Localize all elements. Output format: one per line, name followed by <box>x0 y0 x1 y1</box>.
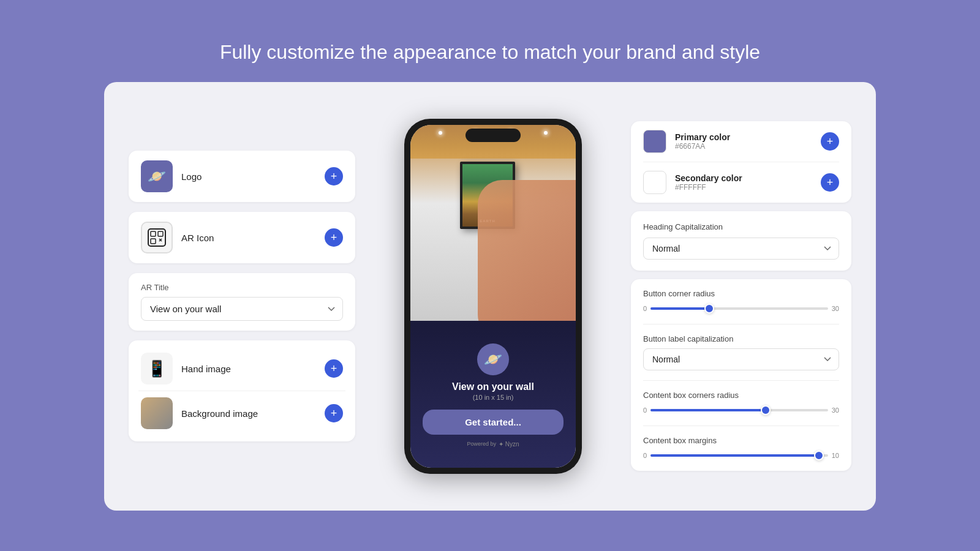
primary-color-swatch <box>643 130 666 153</box>
logo-thumbnail: 🪐 <box>141 160 173 192</box>
phone-notch <box>466 129 521 142</box>
phone-ar-view: EARTH <box>410 125 576 321</box>
secondary-color-row: Secondary color #FFFFFF + <box>643 162 839 203</box>
ceiling-light <box>439 131 442 135</box>
page-title: Fully customize the appearance to match … <box>220 41 760 64</box>
secondary-color-left: Secondary color #FFFFFF <box>643 171 742 194</box>
ar-icon-card-left: AR Icon <box>141 222 214 253</box>
hand-holding <box>478 180 576 321</box>
hand-image-label: Hand image <box>181 364 231 374</box>
phone-cta-button[interactable]: Get started... <box>423 410 564 435</box>
primary-color-hex: #6667AA <box>675 142 730 151</box>
heading-cap-select[interactable]: Normal Uppercase Lowercase Capitalize <box>643 238 839 260</box>
button-corner-radius-row: Button corner radius 0 30 <box>643 289 839 314</box>
phone-outer: EARTH 🪐 View on your wall (10 in x 15 in… <box>404 119 582 474</box>
slider-section: Button corner radius 0 30 Button label c… <box>631 279 851 471</box>
hand-image-add-button[interactable]: + <box>325 359 343 378</box>
right-panel: Primary color #6667AA + Secondary color … <box>631 121 851 471</box>
ar-icon-label: AR Icon <box>181 233 214 243</box>
image-cards: 📱 Hand image + Background image + <box>129 340 355 441</box>
hand-image-left: 📱 Hand image <box>141 353 231 384</box>
phone-screen: EARTH 🪐 View on your wall (10 in x 15 in… <box>410 125 576 468</box>
secondary-color-edit-button[interactable]: + <box>821 173 839 192</box>
secondary-color-name: Secondary color <box>675 173 742 183</box>
ar-title-card: AR Title View on your wall <box>129 273 355 331</box>
ceiling-light <box>544 131 548 135</box>
hand-image-thumbnail: 📱 <box>141 353 173 384</box>
button-corner-min: 0 <box>643 305 647 312</box>
bg-image-add-button[interactable]: + <box>325 404 343 422</box>
content-corners-label: Content box corners radius <box>643 391 839 400</box>
logo-card-left: 🪐 Logo <box>141 160 202 192</box>
heading-cap-section: Heading Capitalization Normal Uppercase … <box>631 211 851 271</box>
color-card: Primary color #6667AA + Secondary color … <box>631 121 851 203</box>
phone-view-dims: (10 in x 15 in) <box>473 394 514 401</box>
phone-preview-wrap: EARTH 🪐 View on your wall (10 in x 15 in… <box>374 119 612 474</box>
logo-label: Logo <box>181 171 202 182</box>
left-panel: 🪐 Logo + AR Icon + <box>129 151 355 441</box>
content-margins-label: Content box margins <box>643 436 839 445</box>
button-corner-label: Button corner radius <box>643 289 839 298</box>
button-corner-max: 30 <box>832 305 839 312</box>
bg-image-row: Background image + <box>138 391 345 435</box>
primary-color-name: Primary color <box>675 132 730 142</box>
content-margins-min: 0 <box>643 452 647 459</box>
bg-image-thumbnail <box>141 397 173 429</box>
bg-image-label: Background image <box>181 408 258 419</box>
primary-color-left: Primary color #6667AA <box>643 130 730 153</box>
button-label-cap-row: Button label capitalization Normal Upper… <box>643 334 839 370</box>
primary-color-edit-button[interactable]: + <box>821 132 839 151</box>
content-margins-track[interactable] <box>650 450 828 461</box>
content-margins-max: 10 <box>832 452 839 459</box>
phone-powered-by: Powered by ✦ Nyzn <box>467 441 519 448</box>
phone-bottom: 🪐 View on your wall (10 in x 15 in) Get … <box>410 321 576 468</box>
phone-planet-icon: 🪐 <box>477 343 509 375</box>
content-corners-max: 30 <box>832 407 839 414</box>
main-card: 🪐 Logo + AR Icon + <box>104 82 876 511</box>
svg-rect-1 <box>151 231 156 236</box>
phone-view-title: View on your wall <box>452 381 534 392</box>
secondary-color-swatch <box>643 171 666 194</box>
content-margins-row: Content box margins 0 10 <box>643 436 839 461</box>
secondary-color-info: Secondary color #FFFFFF <box>675 173 742 192</box>
button-corner-track[interactable] <box>650 303 828 314</box>
phone-ar-view-inner: EARTH <box>410 125 576 321</box>
button-label-cap-select[interactable]: Normal Uppercase Lowercase Capitalize <box>643 348 839 370</box>
bg-image-left: Background image <box>141 397 258 429</box>
content-corners-min: 0 <box>643 407 647 414</box>
heading-cap-label: Heading Capitalization <box>643 222 839 231</box>
ar-icon-thumbnail <box>141 222 173 253</box>
button-label-cap-label: Button label capitalization <box>643 334 839 343</box>
primary-color-row: Primary color #6667AA + <box>643 121 839 162</box>
logo-card: 🪐 Logo + <box>129 151 355 202</box>
content-margins-slider-wrap: 0 10 <box>643 450 839 461</box>
content-corners-row: Content box corners radius 0 30 <box>643 391 839 416</box>
svg-rect-3 <box>151 239 156 244</box>
button-corner-slider-wrap: 0 30 <box>643 303 839 314</box>
secondary-color-hex: #FFFFFF <box>675 183 742 192</box>
ar-title-section-label: AR Title <box>141 283 343 292</box>
ar-title-select[interactable]: View on your wall <box>141 297 343 321</box>
svg-rect-2 <box>158 231 163 236</box>
ar-icon-add-button[interactable]: + <box>325 228 343 247</box>
content-corners-track[interactable] <box>650 405 828 416</box>
ar-icon-card: AR Icon + <box>129 212 355 263</box>
logo-add-button[interactable]: + <box>325 167 343 186</box>
hand-image-row: 📱 Hand image + <box>138 347 345 391</box>
content-corners-slider-wrap: 0 30 <box>643 405 839 416</box>
primary-color-info: Primary color #6667AA <box>675 132 730 151</box>
